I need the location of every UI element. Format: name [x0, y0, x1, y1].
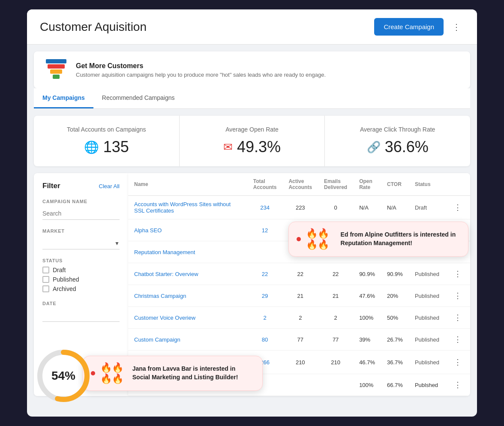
fire-icon-1: 🔥🔥🔥🔥	[306, 228, 336, 250]
row-menu-button[interactable]: ⋮	[451, 334, 464, 345]
stat-click-through-label: Average Click Through Rate	[337, 126, 458, 133]
fire-icon-2: 🔥🔥🔥🔥	[100, 362, 127, 384]
market-label: MARKET	[42, 228, 120, 234]
campaign-banner: Get More Customers Customer aquisition c…	[34, 51, 470, 88]
row-menu-button[interactable]: ⋮	[451, 312, 464, 323]
row-menu-button[interactable]: ⋮	[451, 290, 464, 301]
table-row: Custom Campaign 80 77 77 39% 26.7% Publi…	[128, 329, 470, 351]
status-option-published[interactable]: Published	[42, 276, 120, 283]
notification-popup-1: 🔥🔥🔥🔥 Ed from Alpine Outfitters is intere…	[288, 222, 468, 257]
filter-market-section: MARKET ▼	[42, 228, 120, 249]
status-label: STATUS	[42, 258, 120, 263]
campaign-link[interactable]: Accounts with WordPress Sites without SS…	[134, 201, 231, 214]
row-menu-button[interactable]: ⋮	[451, 268, 464, 279]
campaign-link[interactable]: Reputation Management	[134, 249, 195, 255]
header: Customer Aquisition Create Campaign ⋮	[27, 9, 477, 45]
col-open-rate: OpenRate	[353, 173, 381, 196]
campaign-link[interactable]: Chatbot Starter: Overview	[134, 271, 198, 277]
table-header-row: Name TotalAccounts ActiveAccounts Emails…	[128, 173, 470, 196]
banner-title: Get More Customers	[76, 62, 326, 70]
notification-popup-2: 🔥🔥🔥🔥 Jana from Lavva Bar is interested i…	[83, 356, 263, 391]
status-option-archived[interactable]: Archived	[42, 285, 120, 292]
clear-all-button[interactable]: Clear All	[99, 183, 120, 189]
notification-dot-1	[297, 237, 301, 241]
market-dropdown[interactable]	[42, 237, 120, 249]
filter-header: Filter Clear All	[42, 182, 120, 190]
status-archived-label: Archived	[53, 285, 76, 292]
status-draft-label: Draft	[53, 267, 66, 273]
table-row: Customer Voice Overiew 2 2 2 100% 50% Pu…	[128, 307, 470, 329]
campaign-name-label: CAMPAIGN NAME	[42, 199, 120, 204]
date-input[interactable]	[42, 309, 120, 322]
svg-rect-2	[50, 69, 62, 74]
status-checkbox-archived[interactable]	[42, 285, 49, 292]
status-options: Draft Published Archived	[42, 267, 120, 292]
col-name: Name	[128, 173, 247, 196]
col-actions	[445, 173, 470, 196]
banner-description: Customer aquisition campaigns help you t…	[76, 72, 326, 78]
stat-click-through-rate: Average Click Through Rate 🔗 36.6%	[325, 116, 470, 166]
col-ctor: CTOR	[381, 173, 409, 196]
filter-date-section: DATE	[42, 301, 120, 322]
row-menu-button[interactable]: ⋮	[451, 202, 464, 213]
header-actions: Create Campaign ⋮	[374, 18, 464, 36]
table-row: Christmas Campaign 29 21 21 47.6% 20% Pu…	[128, 285, 470, 307]
stat-open-rate-label: Average Open Rate	[192, 126, 313, 133]
col-total-accounts: TotalAccounts	[247, 173, 283, 196]
email-icon: ✉	[223, 141, 233, 154]
progress-value: 54%	[51, 369, 75, 383]
tab-my-campaigns[interactable]: My Campaigns	[34, 88, 93, 108]
table-row: Accounts with WordPress Sites without SS…	[128, 196, 470, 219]
col-emails-delivered: EmailsDelivered	[318, 173, 353, 196]
status-published-label: Published	[53, 276, 79, 283]
tabs-container: My Campaigns Recommended Campaigns	[34, 88, 470, 109]
status-checkbox-draft[interactable]	[42, 267, 49, 273]
tab-recommended-campaigns[interactable]: Recommended Campaigns	[93, 88, 183, 108]
campaign-link[interactable]: Custom Campaign	[134, 336, 180, 343]
campaign-link[interactable]: Alpha SEO	[134, 227, 162, 234]
globe-icon: 🌐	[84, 140, 99, 154]
more-options-button[interactable]: ⋮	[449, 20, 464, 34]
link-icon: 🔗	[367, 141, 381, 154]
status-option-draft[interactable]: Draft	[42, 267, 120, 273]
page-title: Customer Aquisition	[40, 20, 147, 34]
stat-total-accounts: Total Accounts on Campaigns 🌐 135	[34, 116, 180, 166]
notification-dot-2	[91, 371, 95, 375]
funnel-icon	[44, 59, 68, 81]
row-menu-button[interactable]: ⋮	[451, 357, 464, 368]
progress-circle-container: 54%	[36, 348, 91, 404]
campaign-link[interactable]: Customer Voice Overiew	[134, 315, 195, 321]
notification-text-2: Jana from Lavva Bar is interested in Soc…	[132, 365, 255, 381]
svg-rect-0	[46, 59, 66, 63]
svg-rect-3	[53, 75, 60, 79]
market-dropdown-wrapper: ▼	[42, 237, 120, 249]
filter-status-section: STATUS Draft Published Archived	[42, 258, 120, 292]
campaign-link[interactable]: Christmas Campaign	[134, 293, 186, 299]
create-campaign-button[interactable]: Create Campaign	[374, 18, 444, 36]
col-active-accounts: ActiveAccounts	[282, 173, 318, 196]
stat-click-through-value: 🔗 36.6%	[337, 138, 458, 156]
stat-total-accounts-label: Total Accounts on Campaigns	[46, 126, 167, 133]
date-label: DATE	[42, 301, 120, 306]
filter-campaign-name-section: CAMPAIGN NAME	[42, 199, 120, 220]
stats-row: Total Accounts on Campaigns 🌐 135 Averag…	[34, 116, 470, 166]
stat-open-rate-value: ✉ 49.3%	[192, 138, 313, 156]
banner-text: Get More Customers Customer aquisition c…	[76, 62, 326, 78]
status-checkbox-published[interactable]	[42, 276, 49, 283]
filter-title: Filter	[42, 182, 60, 190]
main-container: Customer Aquisition Create Campaign ⋮ Ge…	[27, 9, 477, 417]
table-row: Chatbot Starter: Overview 22 22 22 90.9%…	[128, 263, 470, 285]
svg-rect-1	[48, 64, 65, 69]
stat-total-accounts-value: 🌐 135	[46, 138, 167, 156]
row-menu-button[interactable]: ⋮	[451, 379, 464, 390]
stat-open-rate: Average Open Rate ✉ 49.3%	[180, 116, 325, 166]
campaign-name-input[interactable]	[42, 207, 120, 220]
col-status: Status	[409, 173, 445, 196]
notification-text-1: Ed from Alpine Outfitters is interested …	[341, 231, 460, 247]
